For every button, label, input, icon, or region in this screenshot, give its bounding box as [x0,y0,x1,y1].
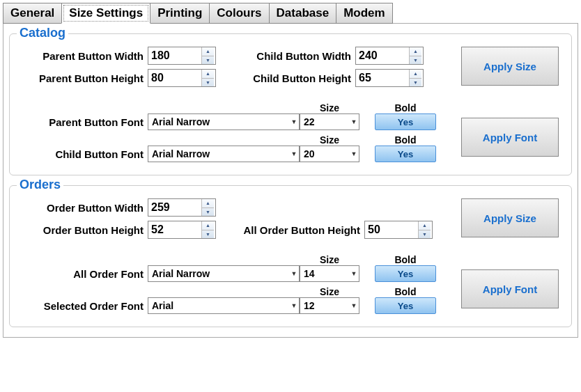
child-font-combo[interactable]: Arial Narrow ▼ [148,146,300,162]
catalog-apply-font-button[interactable]: Apply Font [461,118,559,157]
parent-font-value: Arial Narrow [148,116,289,127]
parent-width-spinner[interactable]: ▲▼ [148,47,216,65]
orders-group: Orders Order Button Width ▲▼ Order Butto… [9,185,572,327]
chevron-down-icon[interactable]: ▼ [349,302,359,309]
chevron-down-icon[interactable]: ▼ [349,118,359,125]
chevron-down-icon[interactable]: ▼ [349,270,359,277]
spin-up-icon[interactable]: ▲ [419,221,431,230]
order-height-spinner[interactable]: ▲▼ [148,221,216,239]
child-height-label: Child Button Height [244,72,355,84]
all-order-height-input[interactable] [365,221,418,238]
order-width-input[interactable] [148,199,201,216]
spin-down-icon[interactable]: ▼ [202,230,214,239]
all-order-font-bold-button[interactable]: Yes [375,265,436,282]
tab-colours[interactable]: Colours [209,3,269,24]
chevron-down-icon[interactable]: ▼ [349,150,359,157]
tab-database[interactable]: Database [269,3,337,24]
parent-height-label: Parent Button Height [15,72,148,84]
child-width-input[interactable] [356,47,409,64]
spin-up-icon[interactable]: ▲ [202,199,214,208]
parent-width-input[interactable] [148,47,201,64]
all-order-height-label: All Order Button Height [228,224,364,236]
chevron-down-icon[interactable]: ▼ [289,270,299,277]
spin-down-icon[interactable]: ▼ [202,79,214,87]
chevron-down-icon[interactable]: ▼ [289,302,299,309]
tab-printing[interactable]: Printing [150,3,210,24]
bold-header: Bold [394,134,416,146]
parent-font-label: Parent Button Font [15,116,148,128]
chevron-down-icon[interactable]: ▼ [289,118,299,125]
parent-font-bold-button[interactable]: Yes [375,113,436,130]
size-header: Size [300,134,359,146]
orders-apply-size-button[interactable]: Apply Size [461,198,559,237]
selected-order-font-size-value: 12 [300,300,349,311]
orders-apply-font-button[interactable]: Apply Font [461,269,559,308]
chevron-down-icon[interactable]: ▼ [289,150,299,157]
order-width-label: Order Button Width [15,202,148,214]
order-width-spinner[interactable]: ▲▼ [148,198,216,217]
child-font-label: Child Button Font [15,148,148,160]
child-font-value: Arial Narrow [148,148,289,159]
parent-font-combo[interactable]: Arial Narrow ▼ [148,113,300,130]
size-header: Size [300,254,359,265]
child-height-spinner[interactable]: ▲▼ [355,69,424,87]
bold-header: Bold [394,286,416,297]
bold-header: Bold [394,102,416,113]
child-font-bold-button[interactable]: Yes [375,146,436,162]
all-order-font-combo[interactable]: Arial Narrow ▼ [148,265,300,282]
all-order-font-value: Arial Narrow [148,268,289,279]
spin-down-icon[interactable]: ▼ [202,56,214,65]
selected-order-font-size-combo[interactable]: 12 ▼ [300,297,359,314]
size-header: Size [300,102,359,113]
selected-order-font-combo[interactable]: Arial ▼ [148,297,300,314]
settings-panel: Catalog Parent Button Width ▲▼ Child But… [3,23,578,338]
parent-width-label: Parent Button Width [15,50,148,62]
size-header: Size [300,286,359,297]
spin-up-icon[interactable]: ▲ [202,221,214,230]
tab-general[interactable]: General [3,3,62,24]
bold-header: Bold [394,254,416,265]
tab-size-settings[interactable]: Size Settings [61,3,150,24]
parent-height-input[interactable] [148,70,201,86]
child-font-size-combo[interactable]: 20 ▼ [300,146,359,162]
spin-down-icon[interactable]: ▼ [410,79,421,87]
child-width-label: Child Button Width [244,50,355,62]
spin-up-icon[interactable]: ▲ [410,47,421,56]
spin-down-icon[interactable]: ▼ [410,56,421,65]
spin-down-icon[interactable]: ▼ [419,230,431,239]
all-order-font-label: All Order Font [15,268,148,280]
all-order-font-size-value: 14 [300,268,349,279]
child-height-input[interactable] [356,70,409,86]
spin-up-icon[interactable]: ▲ [202,70,214,79]
tab-modem[interactable]: Modem [336,3,393,24]
all-order-height-spinner[interactable]: ▲▼ [364,221,433,239]
order-height-input[interactable] [148,221,201,238]
tab-bar: General Size Settings Printing Colours D… [3,3,578,24]
spin-up-icon[interactable]: ▲ [410,70,421,79]
selected-order-font-value: Arial [148,300,289,311]
all-order-font-size-combo[interactable]: 14 ▼ [300,265,359,282]
catalog-apply-size-button[interactable]: Apply Size [461,47,559,86]
catalog-group: Catalog Parent Button Width ▲▼ Child But… [9,33,572,175]
parent-font-size-combo[interactable]: 22 ▼ [300,113,359,130]
selected-order-font-bold-button[interactable]: Yes [375,297,436,314]
child-font-size-value: 20 [300,148,349,159]
spin-down-icon[interactable]: ▼ [202,208,214,217]
child-width-spinner[interactable]: ▲▼ [355,47,424,65]
parent-height-spinner[interactable]: ▲▼ [148,69,216,87]
spin-up-icon[interactable]: ▲ [202,47,214,56]
orders-title: Orders [17,178,63,192]
parent-font-size-value: 22 [300,116,349,127]
selected-order-font-label: Selected Order Font [15,300,148,312]
catalog-title: Catalog [17,26,68,40]
order-height-label: Order Button Height [15,224,148,236]
